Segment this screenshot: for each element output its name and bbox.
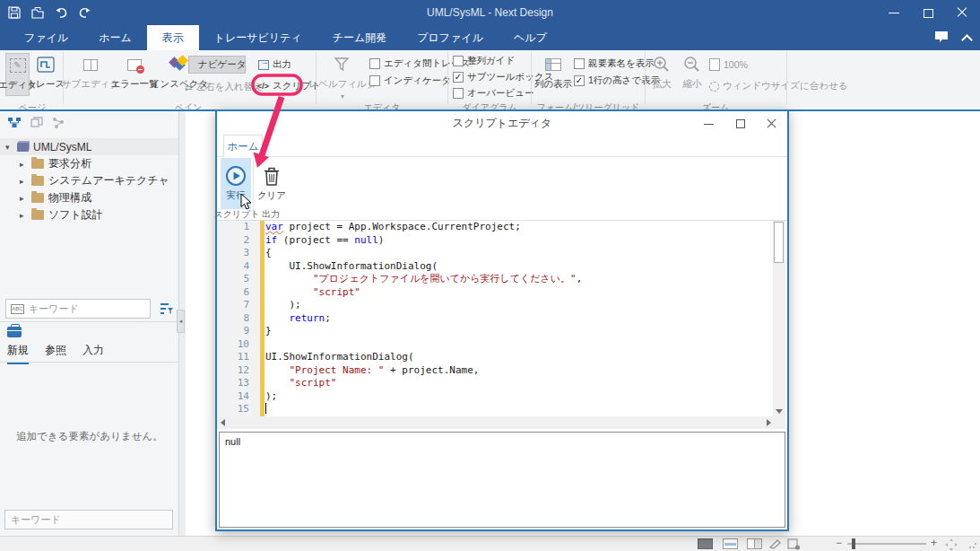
expander-icon[interactable]: ▸ [20,211,27,220]
copy-tree-icon[interactable] [30,117,43,131]
menu-tab[interactable]: ホーム [83,25,147,50]
dialog-title: スクリプトエディタ [217,116,787,131]
run-script-button[interactable]: 実行 [221,158,251,209]
dialog-group-output: 出力 [262,208,280,221]
save-icon[interactable] [7,5,22,20]
menu-tab[interactable]: ファイル [9,25,83,50]
tree-root-label: UML/SysML [33,141,91,153]
folder-icon [31,176,44,186]
relation-tree-icon[interactable] [52,117,65,131]
tree-filter-button[interactable] [158,300,176,318]
project-icon[interactable] [30,5,45,20]
subeditor-button[interactable]: サブエディタ [68,53,113,91]
menu-tab[interactable]: チーム開発 [317,25,403,50]
menu-tab[interactable]: ヘルプ [499,25,562,50]
format-icon[interactable] [769,538,782,551]
dialog-titlebar[interactable]: スクリプトエディタ [217,111,787,135]
code-horizontal-scrollbar[interactable] [217,416,775,429]
sidebar-collapse-handle[interactable]: ◂ [177,310,185,333]
editor-icon: ✎ [10,58,26,73]
output-pane-button[interactable]: → 出力 [258,56,291,74]
trace-page-button[interactable]: トレース [32,53,59,91]
checkbox-label: 整列ガイド [467,55,515,67]
expander-icon[interactable]: ▸ [20,177,27,186]
expander-icon[interactable]: ▸ [20,194,27,203]
toolbox-keyword-input[interactable]: キーワード [4,510,173,529]
fit-window-button[interactable]: ウィンドウサイズに合わせる [709,77,847,95]
ribbon-checkbox[interactable]: ✓1行の高さで表示 [574,74,660,88]
code-line: 6 "script" [217,286,775,300]
errorlist-icon [127,59,142,71]
line-number: 4 [217,260,255,274]
toolbox-icon [7,327,22,337]
fit-window-icon [709,82,719,92]
zoom-in-button[interactable]: 拡大 [648,53,675,91]
keyword-search-box[interactable]: ABC キーワード [5,299,151,319]
resize-grip[interactable] [968,540,977,549]
code-line: 13 "script" [217,377,775,390]
code-line: 8 return; [217,312,775,326]
output-icon: → [258,60,269,70]
zoom-slider-thumb[interactable] [852,538,855,549]
vertical-split-icon[interactable] [747,538,762,549]
tree-item[interactable]: ▸要求分析 [0,155,178,172]
code-line: 3{ [217,247,775,260]
menu-tab[interactable]: 表示 [147,25,199,50]
folder-icon [31,210,44,220]
expander-icon[interactable]: ▾ [5,143,13,152]
line-number: 5 [217,273,255,286]
ribbon: ✎ エディタ トレース ページ サブエディタ エラー一覧 インスペクタ [0,50,980,109]
code-vertical-scrollbar[interactable] [773,221,785,416]
dialog-tab-home[interactable]: ホーム [223,135,263,157]
tree-item[interactable]: ▸ソフト設計 [0,206,178,223]
tree-item[interactable]: ▸物理構成 [0,189,178,206]
zoom-value[interactable]: 100% [709,56,748,74]
redo-icon[interactable] [77,5,91,20]
model-tree: ▾ UML/SysML ▸要求分析▸システムアーキテクチャ▸物理構成▸ソフト設計 [0,138,178,223]
code-editor[interactable]: 1var project = App.Workspace.CurrentProj… [217,221,775,416]
minimize-button[interactable] [889,7,899,18]
dialog-maximize-button[interactable] [735,118,745,128]
trace-icon [37,53,55,76]
zoom-slider-track[interactable] [847,543,926,545]
code-line: 15 [217,403,775,416]
single-pane-icon[interactable] [698,538,713,549]
level-filter-button[interactable]: レベルフィルタ ▾ [319,53,366,101]
zoom-slider-plus[interactable]: + [931,537,937,549]
code-line: 4 UI.ShowInformationDialog( [217,260,775,274]
swap-panes-button[interactable]: ⇄ 左右を入れ替え [185,78,263,96]
line-number: 7 [217,299,255,312]
checkbox-label: オーバービュー [467,87,533,100]
column-display-button[interactable]: 列の表示 [534,53,572,91]
code-line: 11UI.ShowInformationDialog( [217,351,775,364]
horizontal-split-icon[interactable] [723,538,738,549]
navigator-toggle[interactable]: ナビゲータ [188,56,246,74]
dialog-close-button[interactable] [767,118,776,128]
script-output-panel[interactable]: null [219,432,785,528]
zoom-out-button[interactable]: 縮小 [679,53,706,91]
text-caret [265,403,266,414]
titlebar: UML/SysML - Next Design [0,0,980,25]
undo-icon[interactable] [54,5,68,20]
collapse-ribbon-icon[interactable] [961,34,973,46]
menu-tab[interactable]: プロファイル [402,25,499,50]
tree-item[interactable]: ▸システムアーキテクチャ [0,172,178,189]
menu-tab[interactable]: トレーサビリティ [199,25,317,50]
maximize-button[interactable] [923,7,933,18]
close-button[interactable] [957,7,967,18]
line-number: 6 [217,286,255,300]
dialog-minimize-button[interactable] [704,118,714,128]
statusbar: − + [0,536,980,551]
tree-root-item[interactable]: ▾ UML/SysML [0,138,178,155]
zoom-slider-minus[interactable]: − [836,537,842,549]
clear-output-button[interactable]: クリア [256,158,287,209]
tree-item-label: システムアーキテクチャ [48,173,169,188]
page-settings-icon[interactable] [787,538,801,551]
swap-icon: ⇄ [185,82,193,92]
fit-view-icon[interactable] [945,538,958,551]
ribbon-checkbox[interactable]: 親要素名を表示 [574,57,660,71]
line-number: 14 [217,390,255,404]
model-tree-icon[interactable] [7,117,22,131]
feedback-icon[interactable] [934,31,949,46]
expander-icon[interactable]: ▸ [20,160,27,169]
